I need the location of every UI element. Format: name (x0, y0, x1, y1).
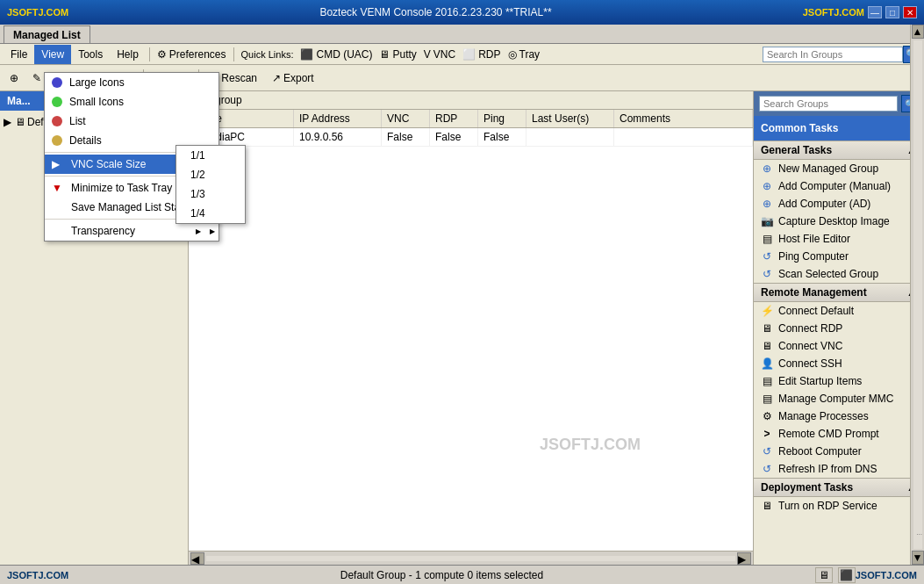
task-connect-ssh[interactable]: 👤 Connect SSH (754, 355, 924, 372)
user-icon: 👤 (761, 357, 773, 370)
scroll-track (206, 556, 735, 561)
task-remote-cmd[interactable]: > Remote CMD Prompt (754, 425, 924, 443)
list-icon (52, 116, 62, 126)
cell-vnc: False (382, 128, 430, 146)
vnc-icon: V (424, 48, 431, 61)
minimize-icon: ▼ (52, 182, 64, 194)
vnc-scale-submenu: 1/1 1/2 1/3 1/4 (175, 145, 246, 224)
task-host-file-editor[interactable]: ▤ Host File Editor (754, 230, 924, 248)
scale-1-1[interactable]: 1/1 (176, 146, 245, 165)
scroll-right[interactable]: ▶ (737, 552, 751, 565)
putty-icon: 🖥 (379, 48, 390, 61)
deployment-tasks-list: 🖥 Turn on RDP Service (754, 497, 924, 515)
status-zoom-button[interactable]: ⬛ (838, 567, 856, 583)
gear-icon: ⚙ (761, 410, 773, 422)
search-input[interactable] (763, 47, 903, 62)
status-icon-button[interactable]: 🖥 (815, 567, 833, 583)
menu-list[interactable]: List (45, 112, 218, 131)
export-button[interactable]: ↗ Export (266, 68, 320, 89)
menu-sep-1 (149, 47, 150, 61)
plus-circle-icon: ⊕ (761, 162, 773, 175)
task-connect-rdp[interactable]: 🖥 Connect RDP (754, 320, 924, 337)
menu-view[interactable]: View (34, 45, 71, 64)
dns-icon: ↺ (761, 463, 773, 475)
right-panel: 🔍 Common Tasks « General Tasks ▲ ⊕ New M… (753, 91, 924, 565)
menu-help[interactable]: Help (110, 45, 146, 64)
menu-file[interactable]: File (4, 45, 34, 64)
toolbar-btn-1[interactable]: ⊕ (4, 68, 25, 89)
menu-small-icons[interactable]: Small Icons (45, 92, 218, 112)
scroll-track-v (913, 91, 922, 549)
close-button[interactable]: ✕ (903, 6, 917, 18)
task-edit-startup[interactable]: ▤ Edit Startup Items (754, 372, 924, 390)
cell-comment (614, 128, 753, 146)
task-scan-selected-group[interactable]: ↺ Scan Selected Group (754, 265, 924, 283)
table-row[interactable]: RtpediaPC 10.9.0.56 False False False (189, 128, 753, 147)
preferences-link[interactable]: ⚙ Preferences (154, 47, 230, 62)
scroll-left[interactable]: ◀ (190, 552, 204, 565)
minimize-button[interactable]: — (868, 6, 882, 18)
scale-1-3[interactable]: 1/3 (176, 184, 245, 204)
tree-icon-folder: 🖥 (15, 116, 25, 128)
task-new-managed-group[interactable]: ⊕ New Managed Group (754, 160, 924, 177)
scroll-down[interactable]: ▼ (912, 551, 924, 565)
h-scrollbar[interactable]: ◀ ▶ (189, 551, 753, 565)
menu-sep-2 (233, 47, 234, 61)
plus-circle-icon-2: ⊕ (761, 180, 773, 192)
scale-1-2[interactable]: 1/2 (176, 165, 245, 184)
maximize-button[interactable]: □ (885, 6, 899, 18)
col-header-user: Last User(s) (526, 110, 614, 127)
quick-links-label: Quick Links: (241, 49, 294, 60)
scale-1-4[interactable]: 1/4 (176, 204, 245, 223)
status-bar: JSOFTJ.COM Default Group - 1 compute 0 i… (0, 565, 924, 584)
reboot-icon: ↺ (761, 445, 773, 458)
vnc-link[interactable]: V VNC (420, 47, 459, 62)
menu-large-icons[interactable]: Large Icons (45, 73, 218, 92)
tray-link[interactable]: ◎ Tray (505, 47, 544, 62)
task-capture-desktop[interactable]: 📷 Capture Desktop Image (754, 213, 924, 230)
doc-icon: ▤ (761, 375, 773, 387)
small-icons-icon (52, 97, 62, 107)
task-connect-default[interactable]: ⚡ Connect Default (754, 302, 924, 320)
general-tasks-list: ⊕ New Managed Group ⊕ Add Computer (Manu… (754, 160, 924, 283)
search-area: 🔍 (763, 46, 920, 63)
task-ping-computer[interactable]: ↺ Ping Computer (754, 248, 924, 265)
putty-link[interactable]: 🖥 Putty (376, 47, 419, 62)
rdp-icon: ⬜ (462, 48, 476, 61)
task-refresh-ip[interactable]: ↺ Refresh IP from DNS (754, 460, 924, 478)
menu-tools[interactable]: Tools (71, 45, 110, 64)
status-logo-left: JSOFTJ.COM (7, 570, 68, 580)
transparency-arrow-icon: ▶ (196, 227, 201, 235)
section-header-general[interactable]: General Tasks ▲ (754, 141, 924, 160)
cmd-uac-link[interactable]: ⬛ CMD (UAC) (297, 47, 376, 62)
cell-user (526, 128, 614, 146)
task-connect-vnc[interactable]: 🖥 Connect VNC (754, 337, 924, 355)
scroll-dots: ··· (916, 530, 922, 538)
col-header-ping: Ping (478, 110, 526, 127)
task-manage-processes[interactable]: ⚙ Manage Processes (754, 407, 924, 425)
table-body: RtpediaPC 10.9.0.56 False False False JS… (189, 128, 753, 551)
section-header-remote[interactable]: Remote Management ▲ (754, 283, 924, 302)
task-add-computer-manual[interactable]: ⊕ Add Computer (Manual) (754, 177, 924, 195)
plus-circle-icon-3: ⊕ (761, 198, 773, 210)
task-manage-mmc[interactable]: ▤ Manage Computer MMC (754, 390, 924, 407)
col-header-rdp: RDP (430, 110, 478, 127)
rdp-link[interactable]: ⬜ RDP (459, 47, 504, 62)
task-reboot-computer[interactable]: ↺ Reboot Computer (754, 443, 924, 460)
monitor-icon-2: 🖥 (761, 340, 773, 352)
table-header: Name IP Address VNC RDP Ping Last User(s… (189, 110, 753, 128)
common-tasks-label: Common Tasks (761, 122, 838, 134)
search-groups-input[interactable] (759, 96, 898, 112)
toolbar-icon-1: ⊕ (10, 72, 18, 84)
v-scrollbar[interactable]: ▲ ▼ ··· (910, 91, 924, 565)
status-center-text: Default Group - 1 compute 0 items select… (68, 569, 814, 581)
col-header-ip: IP Address (294, 110, 382, 127)
search-groups-bar: 🔍 (754, 91, 924, 116)
task-add-computer-ad[interactable]: ⊕ Add Computer (AD) (754, 195, 924, 213)
section-header-deployment[interactable]: Deployment Tasks ▲ (754, 478, 924, 497)
large-icons-icon (52, 77, 62, 88)
rdp-service-icon: 🖥 (761, 500, 773, 512)
menu-transparency[interactable]: Transparency ▶ (45, 221, 218, 241)
task-turn-on-rdp[interactable]: 🖥 Turn on RDP Service (754, 497, 924, 515)
tab-managed-list[interactable]: Managed List (4, 25, 90, 43)
